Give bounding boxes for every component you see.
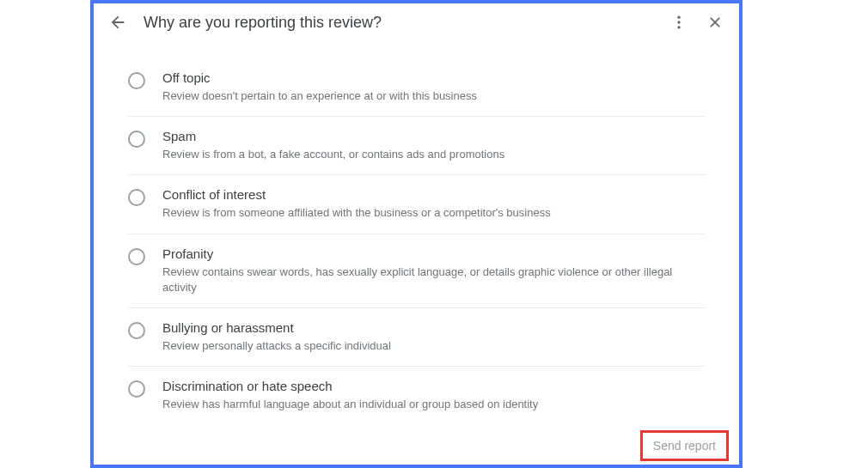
option-text: Bullying or harassment Review personally… bbox=[162, 320, 705, 354]
option-text: Conflict of interest Review is from some… bbox=[162, 187, 705, 221]
report-options-list: Off topic Review doesn't pertain to an e… bbox=[94, 43, 739, 424]
option-desc: Review is from a bot, a fake account, or… bbox=[162, 147, 705, 162]
option-desc: Review personally attacks a specific ind… bbox=[162, 338, 705, 354]
option-title: Off topic bbox=[162, 70, 705, 85]
option-text: Discrimination or hate speech Review has… bbox=[162, 379, 705, 412]
dialog-title: Why are you reporting this review? bbox=[144, 14, 669, 32]
option-profanity[interactable]: Profanity Review contains swear words, h… bbox=[128, 234, 705, 308]
back-arrow-icon[interactable] bbox=[107, 12, 128, 33]
report-dialog: Why are you reporting this review? Off t… bbox=[90, 0, 743, 468]
radio-icon[interactable] bbox=[128, 189, 145, 206]
svg-point-1 bbox=[677, 21, 680, 23]
svg-point-2 bbox=[677, 26, 680, 28]
option-bullying-harassment[interactable]: Bullying or harassment Review personally… bbox=[128, 308, 705, 367]
option-desc: Review contains swear words, has sexuall… bbox=[162, 264, 705, 295]
option-desc: Review has harmful language about an ind… bbox=[162, 397, 705, 412]
option-text: Spam Review is from a bot, a fake accoun… bbox=[162, 129, 705, 162]
option-title: Conflict of interest bbox=[162, 187, 705, 202]
more-vertical-icon[interactable] bbox=[669, 12, 689, 33]
radio-icon[interactable] bbox=[128, 322, 145, 339]
radio-icon[interactable] bbox=[128, 248, 145, 265]
radio-icon[interactable] bbox=[128, 380, 145, 398]
option-title: Spam bbox=[162, 129, 705, 143]
dialog-header: Why are you reporting this review? bbox=[94, 3, 739, 43]
option-discrimination-hate[interactable]: Discrimination or hate speech Review has… bbox=[128, 367, 705, 424]
option-title: Discrimination or hate speech bbox=[162, 379, 705, 393]
option-conflict-of-interest[interactable]: Conflict of interest Review is from some… bbox=[128, 175, 705, 234]
option-spam[interactable]: Spam Review is from a bot, a fake accoun… bbox=[128, 117, 705, 175]
option-off-topic[interactable]: Off topic Review doesn't pertain to an e… bbox=[128, 67, 705, 117]
send-report-button[interactable]: Send report bbox=[640, 430, 729, 461]
option-desc: Review doesn't pertain to an experience … bbox=[162, 88, 705, 104]
radio-icon[interactable] bbox=[128, 131, 145, 148]
option-desc: Review is from someone affiliated with t… bbox=[162, 205, 705, 221]
dialog-footer: Send report bbox=[640, 430, 729, 461]
radio-icon[interactable] bbox=[128, 72, 145, 89]
option-title: Bullying or harassment bbox=[162, 320, 705, 335]
svg-point-0 bbox=[677, 16, 680, 19]
header-actions bbox=[669, 12, 725, 33]
close-icon[interactable] bbox=[705, 12, 725, 33]
option-title: Profanity bbox=[162, 246, 705, 261]
option-text: Profanity Review contains swear words, h… bbox=[162, 246, 705, 295]
option-text: Off topic Review doesn't pertain to an e… bbox=[162, 70, 705, 104]
